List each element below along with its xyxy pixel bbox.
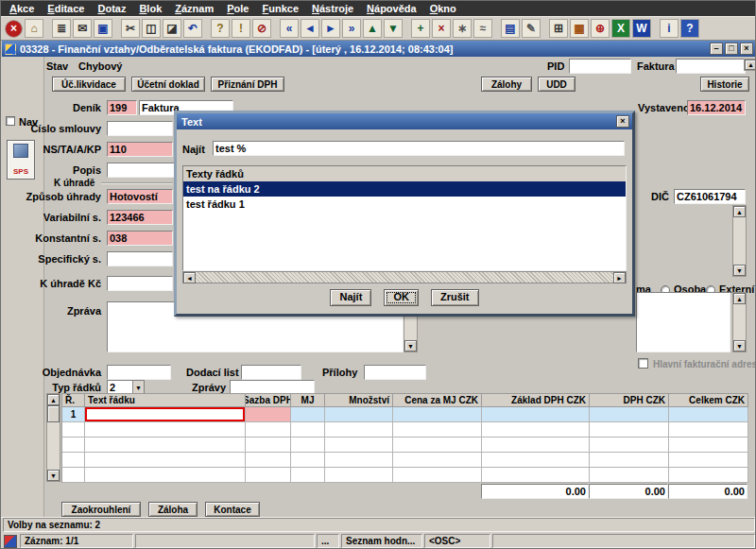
calculator-icon[interactable]: ⊞ [549,19,568,38]
undo-icon[interactable]: ↶ [183,19,202,38]
paste-icon[interactable]: ◪ [163,19,181,38]
specificky-field[interactable] [107,251,173,266]
excel-export-icon[interactable]: X [611,19,630,38]
scroll-track[interactable] [733,304,746,340]
grid-cell-r4-c1[interactable] [62,453,85,468]
grid-cell-r5-c1[interactable] [62,468,85,483]
grid-cell-r4-c8[interactable] [590,453,669,468]
grid-cell-r1-c4[interactable] [291,407,325,422]
grid-cell-r1-c1[interactable]: 1 [62,407,85,422]
address-scrollbar-top[interactable]: ▲ ▼ [732,205,747,277]
grid-cell-r5-c4[interactable] [291,468,325,483]
enter-query-icon[interactable]: ? [211,19,230,38]
grid-cell-r1-c3[interactable] [246,407,291,422]
list-of-values-icon[interactable]: ▤ [501,19,520,38]
objednavka-field[interactable] [107,365,171,380]
grid-cell-r2-c9[interactable] [669,422,748,437]
save-icon[interactable]: ▣ [94,19,112,38]
grid-cell-r2-c7[interactable] [482,422,590,437]
ucetni-doklad-button[interactable]: Účetní doklad [131,77,205,92]
scroll-up-icon[interactable]: ▲ [733,206,746,217]
grid-cell-r1-c7[interactable] [482,407,590,422]
canvas-scroll-up[interactable]: ▲ [744,59,756,71]
grid-cell-r3-c8[interactable] [590,437,669,453]
edit-field-icon[interactable]: ✎ [522,19,541,38]
scroll-down-icon[interactable]: ▼ [733,340,746,352]
grid-cell-r2-c8[interactable] [590,422,669,437]
next-block-icon[interactable]: ▼ [384,19,403,38]
menu-item-nástroje[interactable]: Nástroje [305,3,360,14]
grid-cell-r1-c9[interactable] [669,407,748,422]
menu-item-blok[interactable]: Blok [132,3,168,14]
copy-icon[interactable]: ◫ [142,19,161,38]
exit-form-icon[interactable]: ⌂ [25,19,43,38]
lov-scroll-track[interactable] [196,272,613,283]
dialog-title-bar[interactable]: Text × [177,113,632,129]
grid-cell-r2-c4[interactable] [291,422,325,437]
grid-cell-r1-c5[interactable] [325,407,393,422]
grid-cell-r3-c6[interactable] [393,437,482,453]
zaloha-button[interactable]: Záloha [148,502,198,517]
grid-cell-r3-c4[interactable] [291,437,325,453]
grid-cell-r4-c4[interactable] [291,453,325,468]
zalohy-button[interactable]: Zálohy [481,77,532,92]
hlavni-adresa-checkbox[interactable] [638,358,648,369]
address-textarea[interactable] [636,292,730,352]
zpusob-uhrady-field[interactable] [107,189,173,204]
mail-icon[interactable]: ✉ [73,19,92,38]
info-icon[interactable]: i [660,19,679,38]
dodaci-list-field[interactable] [241,365,301,380]
duplicate-record-icon[interactable]: ≈ [473,19,492,38]
restore-button[interactable]: □ [725,43,738,55]
lov-horizontal-scrollbar[interactable]: ◄ ► [182,271,627,283]
grid-cell-r5-c7[interactable] [482,468,590,483]
grid-cell-r3-c5[interactable] [325,437,393,453]
menu-item-akce[interactable]: Akce [3,3,41,14]
attachment-icon[interactable]: ⊕ [591,19,610,38]
scroll-thumb[interactable] [47,405,60,422]
window-title-bar[interactable]: 03328 - Finanční vztahy/Odběratelská fak… [2,41,756,57]
grid-cell-r5-c8[interactable] [590,468,669,483]
menu-item-záznam[interactable]: Záznam [168,3,220,14]
record-scrollbar[interactable]: ▲ ▼ [46,393,60,482]
priznani-dph-button[interactable]: Přiznání DPH [211,77,284,92]
scroll-right-icon[interactable]: ► [613,272,626,283]
scroll-down-icon[interactable]: ▼ [404,340,417,352]
word-export-icon[interactable]: W [632,19,651,38]
prev-block-icon[interactable]: ▲ [363,19,382,38]
calendar-icon[interactable]: ▦ [570,19,589,38]
k-uhrade-kc-field[interactable] [107,276,173,291]
udd-button[interactable]: UDD [538,77,576,92]
menu-item-funkce[interactable]: Funkce [256,3,306,14]
grid-cell-r3-c9[interactable] [669,437,748,453]
scroll-track[interactable] [404,314,417,340]
scroll-left-icon[interactable]: ◄ [183,272,196,283]
exit-app-icon[interactable]: × [5,20,23,38]
scroll-track[interactable] [733,217,746,265]
ns-ta-a-kp-field[interactable] [107,142,173,157]
grid-cell-r5-c9[interactable] [669,468,748,483]
dialog-find-button[interactable]: Najít [330,289,371,306]
denik-field[interactable] [107,100,137,115]
menu-item-dotaz[interactable]: Dotaz [91,3,132,14]
scroll-up-icon[interactable]: ▲ [47,394,60,405]
grid-cell-r2-c2[interactable] [85,422,246,437]
menu-item-nápověda[interactable]: Nápověda [360,3,423,14]
dialog-cancel-button[interactable]: Zrušit [431,289,479,306]
dialog-ok-button[interactable]: OK [384,289,419,306]
lov-item-selected[interactable]: test na řádku 2 [183,181,626,197]
kontace-button[interactable]: Kontace [205,502,260,517]
cancel-query-icon[interactable]: ⊘ [252,19,271,38]
historie-button[interactable]: Historie [700,77,749,92]
dialog-close-button[interactable]: × [616,115,629,128]
grid-cell-r4-c9[interactable] [669,453,748,468]
pid-field[interactable] [569,59,631,74]
first-record-icon[interactable]: « [280,19,299,38]
grid-active-cell[interactable] [85,407,246,422]
scroll-up-icon[interactable]: ▲ [733,293,746,304]
next-record-icon[interactable]: ► [321,19,340,38]
grid-cell-r5-c6[interactable] [393,468,482,483]
menu-item-editace[interactable]: Editace [41,3,91,14]
zaokrouhleni-button[interactable]: Zaokrouhlení [61,502,141,517]
grid-cell-r2-c3[interactable] [246,422,291,437]
